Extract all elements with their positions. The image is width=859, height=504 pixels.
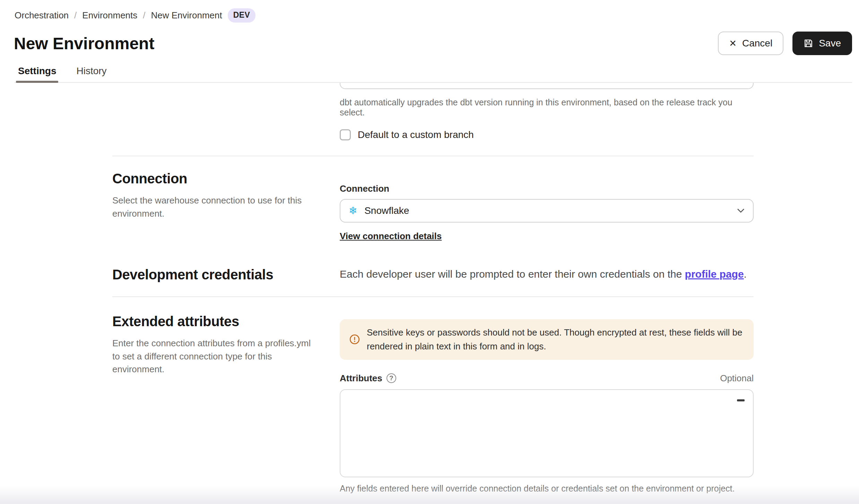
connection-description: Select the warehouse connection to use f… xyxy=(112,194,320,220)
save-icon xyxy=(804,38,813,48)
environment-settings-page: Orchestration / Environments / New Envir… xyxy=(0,0,859,504)
save-button[interactable]: Save xyxy=(792,32,852,55)
custom-branch-label: Default to a custom branch xyxy=(358,129,474,140)
connection-select-value: Snowflake xyxy=(364,205,737,216)
dev-credentials-text: Each developer user will be prompted to … xyxy=(340,268,754,280)
connection-field-label: Connection xyxy=(340,183,754,194)
cancel-button[interactable]: ✕ Cancel xyxy=(718,32,783,55)
save-button-label: Save xyxy=(819,38,841,49)
tab-history[interactable]: History xyxy=(76,66,107,82)
connection-section: Connection Select the warehouse connecti… xyxy=(112,156,754,242)
attributes-label: Attributes xyxy=(340,373,382,384)
connection-heading: Connection xyxy=(112,171,340,186)
chevron-down-icon xyxy=(737,208,745,213)
release-track-helper: dbt automatically upgrades the dbt versi… xyxy=(340,97,754,118)
fold-minus-icon[interactable] xyxy=(737,396,745,405)
breadcrumb-environments[interactable]: Environments xyxy=(82,10,137,21)
breadcrumb-new-environment[interactable]: New Environment xyxy=(151,10,222,21)
extended-attributes-section: Extended attributes Enter the connection… xyxy=(112,297,754,494)
warning-text: Sensitive keys or passwords should not b… xyxy=(367,325,744,354)
environment-type-badge: DEV xyxy=(228,8,256,23)
tab-bar: Settings History xyxy=(15,66,852,83)
tab-settings[interactable]: Settings xyxy=(17,66,57,82)
dev-credentials-section: Development credentials Each developer u… xyxy=(112,267,754,283)
close-icon: ✕ xyxy=(729,39,737,48)
dev-credentials-heading: Development credentials xyxy=(112,267,340,283)
attributes-editor[interactable] xyxy=(340,389,754,477)
breadcrumb-orchestration[interactable]: Orchestration xyxy=(15,10,69,21)
help-icon[interactable]: ? xyxy=(387,373,396,383)
extended-attributes-heading: Extended attributes xyxy=(112,314,340,329)
page-header: Orchestration / Environments / New Envir… xyxy=(0,0,859,83)
sensitive-keys-warning: Sensitive keys or passwords should not b… xyxy=(340,319,754,360)
header-actions: ✕ Cancel Save xyxy=(718,32,852,55)
optional-label: Optional xyxy=(720,373,754,384)
credentials-text-after: . xyxy=(744,268,747,280)
extended-attributes-description: Enter the connection attributes from a p… xyxy=(112,337,320,376)
breadcrumb-separator: / xyxy=(74,10,77,21)
page-title: New Environment xyxy=(14,34,154,53)
snowflake-icon: ❄ xyxy=(349,206,357,216)
version-section: dbt automatically upgrades the dbt versi… xyxy=(112,83,754,140)
view-connection-details-link[interactable]: View connection details xyxy=(340,231,442,242)
breadcrumb-separator: / xyxy=(143,10,145,21)
cancel-button-label: Cancel xyxy=(742,38,772,49)
attributes-helper: Any fields entered here will override co… xyxy=(340,484,754,494)
breadcrumb: Orchestration / Environments / New Envir… xyxy=(15,8,852,23)
credentials-text-before: Each developer user will be prompted to … xyxy=(340,268,685,280)
custom-branch-checkbox-row[interactable]: Default to a custom branch xyxy=(340,129,754,140)
custom-branch-checkbox[interactable] xyxy=(340,129,351,140)
warning-icon xyxy=(349,334,360,345)
profile-page-link[interactable]: profile page xyxy=(685,268,744,280)
settings-content: dbt automatically upgrades the dbt versi… xyxy=(112,83,754,504)
connection-select[interactable]: ❄ Snowflake xyxy=(340,199,754,223)
release-track-input[interactable] xyxy=(340,83,754,89)
